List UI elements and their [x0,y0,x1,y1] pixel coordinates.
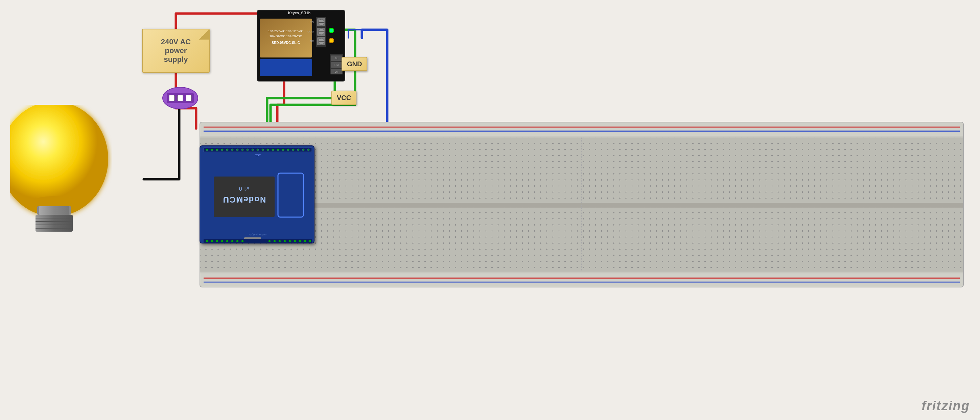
svg-point-70 [267,149,269,151]
svg-text:COM: COM [307,30,314,33]
light-bulb [10,105,111,248]
power-supply-line2: power [161,46,191,55]
svg-point-35 [330,39,333,42]
gnd-label: GND [342,57,367,72]
svg-point-67 [251,149,254,151]
svg-point-74 [287,149,289,151]
svg-point-94 [269,240,270,242]
svg-point-90 [226,240,228,242]
svg-point-63 [231,149,233,151]
svg-text:Keyes_SR1h: Keyes_SR1h [288,11,311,15]
svg-point-71 [272,149,274,151]
svg-point-62 [226,149,228,151]
fritzing-logo: fritzing [921,399,970,413]
svg-rect-13 [169,95,175,101]
svg-point-65 [242,149,243,151]
power-supply-line1: 240V AC [161,38,191,46]
svg-point-89 [221,240,223,242]
svg-point-92 [236,240,239,242]
svg-point-98 [289,240,291,242]
power-supply: 240V AC power supply [142,29,210,73]
svg-point-101 [304,240,306,242]
svg-point-68 [257,149,259,151]
svg-text:NO: NO [310,21,314,24]
svg-point-59 [211,149,213,151]
svg-point-93 [242,240,243,242]
svg-point-72 [277,149,279,151]
svg-text:NodeMCU: NodeMCU [223,195,266,204]
power-connector [162,86,199,111]
svg-text:ON: ON [335,71,339,73]
svg-point-95 [274,240,275,242]
svg-text:RST: RST [255,154,261,157]
svg-text:NC: NC [310,40,314,43]
canvas: 240V AC power supply [0,0,980,420]
svg-point-76 [297,149,299,151]
svg-text:amica·quirky·b: amica·quirky·b [249,233,266,236]
svg-rect-47 [200,123,963,136]
svg-point-99 [294,240,296,242]
svg-rect-6 [35,215,73,232]
svg-point-102 [309,240,311,242]
svg-rect-14 [178,95,183,101]
power-supply-line3: supply [161,55,191,64]
svg-point-91 [231,240,233,242]
svg-point-78 [307,149,309,151]
svg-point-87 [211,240,213,242]
svg-point-86 [206,240,208,242]
svg-point-33 [330,29,333,32]
svg-point-58 [206,149,208,151]
svg-point-88 [216,240,218,242]
svg-rect-15 [186,95,191,101]
svg-rect-21 [260,59,312,76]
svg-rect-5 [39,206,69,215]
svg-point-60 [216,149,218,151]
svg-text:SL: SL [335,57,338,59]
svg-point-61 [221,149,223,151]
svg-point-69 [262,149,264,151]
svg-text:10A  30VDC  10A  28VDC: 10A 30VDC 10A 28VDC [269,35,302,38]
svg-point-100 [299,240,301,242]
svg-text:10A 250VAC  10A 125VAC: 10A 250VAC 10A 125VAC [268,29,304,33]
svg-point-73 [282,149,284,151]
svg-rect-17 [260,19,312,57]
vcc-label: VCC [331,91,356,105]
svg-point-97 [284,240,286,242]
svg-point-77 [302,149,304,151]
svg-text:SRD-05VDC-SL-C: SRD-05VDC-SL-C [272,41,300,45]
relay-module: 10A 250VAC 10A 125VAC 10A 30VDC 10A 28VD… [257,10,348,86]
nodemcu-board: RST NodeMCU v1.0 [199,145,315,243]
svg-text:v1.0: v1.0 [239,186,249,191]
svg-point-96 [278,240,281,242]
svg-point-75 [292,149,294,151]
svg-point-66 [247,149,248,151]
svg-rect-51 [200,273,963,287]
svg-point-64 [236,149,239,151]
svg-text:Led: Led [334,64,339,66]
